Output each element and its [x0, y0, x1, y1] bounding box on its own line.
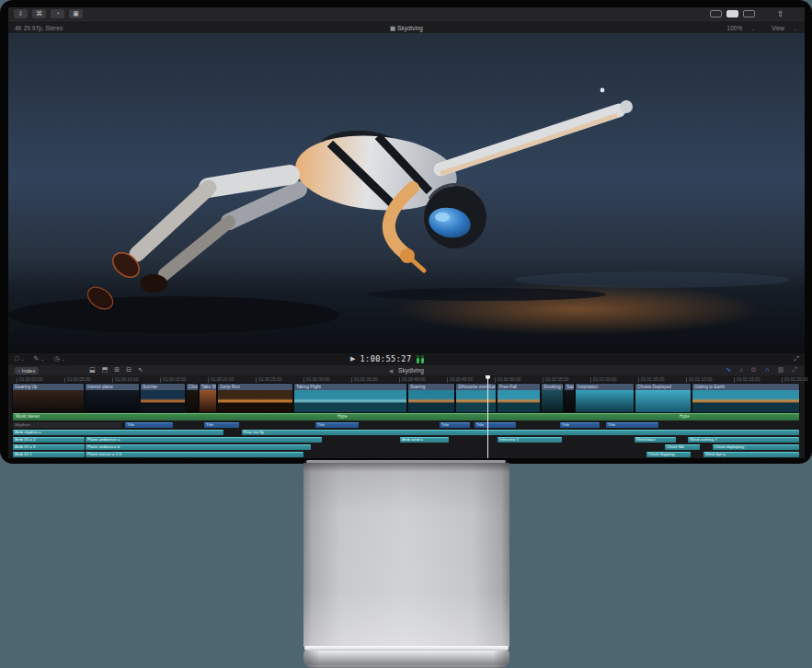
- keyword-editor-icon[interactable]: ⌘: [32, 9, 46, 18]
- clip-thumbnail: [497, 390, 540, 412]
- audio-meters[interactable]: [417, 355, 424, 363]
- audio-clip[interactable]: Chute deploying,: [713, 444, 799, 450]
- audio-clip[interactable]: Amb 01 1: [13, 452, 85, 457]
- title-clip[interactable]: Title: [315, 422, 359, 428]
- playhead[interactable]: [487, 375, 488, 458]
- ruler-timecode: 01:01:10:00: [686, 377, 712, 383]
- clip-name-label: Gearing Up: [13, 384, 84, 390]
- transport-bar: □ ⌄✎ ⌄◷ ⌄ ▶ 1:00:55:27 ⤢: [8, 353, 805, 365]
- audio-clip[interactable]: Free me fly: [242, 430, 799, 435]
- inspector-layout-toggle[interactable]: [743, 10, 755, 17]
- import-media-icon[interactable]: ⇩: [14, 9, 28, 18]
- timeline-zoom-icon[interactable]: ⤢: [792, 366, 797, 374]
- browser-layout-toggle[interactable]: [710, 10, 722, 17]
- viewer-header: 4K 29.97p, Stereo ▦ Skydiving 100% ⌄ Vie…: [8, 20, 805, 34]
- audio-clip[interactable]: Chute flapping,: [646, 452, 691, 457]
- clip-name-label: Sad: [565, 384, 574, 390]
- clip-thumbnail: [13, 390, 84, 412]
- viewer-zoom-menu[interactable]: 100% ⌄: [720, 25, 756, 31]
- music-audio-clip[interactable]: Music stereoHypeHype: [13, 413, 799, 420]
- share-icon[interactable]: ⇧: [777, 9, 784, 18]
- app-toolbar: ⇩⌘◔▣ ⇧: [8, 7, 805, 20]
- title-clip[interactable]: Title: [475, 422, 516, 428]
- clip-name-label: Interior plane: [86, 384, 139, 390]
- title-clip[interactable]: Title: [125, 422, 173, 428]
- video-clip[interactable]: Silhouette over Earth: [456, 384, 496, 412]
- clip-thumbnail: [565, 390, 574, 412]
- expand-viewer-icon[interactable]: ⤢: [794, 355, 799, 363]
- video-clip[interactable]: Interior plane: [86, 384, 139, 412]
- skimming-icon[interactable]: ∿: [726, 366, 731, 374]
- video-clip[interactable]: Gliding to Earth: [692, 384, 799, 412]
- viewer-layout-toggle[interactable]: [726, 10, 738, 17]
- video-clip[interactable]: Smoking turn t: [542, 384, 563, 412]
- toolbar-left-icons: ⇩⌘◔▣: [14, 9, 83, 18]
- clip-thumbnail: [542, 390, 563, 412]
- audio-clip[interactable]: Amb skydive a: [13, 430, 223, 435]
- video-clip[interactable]: Chutes Deployed: [635, 384, 691, 412]
- audio-skimming-icon[interactable]: ♪: [739, 366, 743, 374]
- video-clip[interactable]: Free Fall: [497, 384, 540, 412]
- crop-tool-icon[interactable]: ✎ ⌄: [33, 355, 44, 363]
- solo-icon[interactable]: ⊙: [751, 366, 757, 374]
- clip-name-label: Chutes Deployed: [635, 384, 691, 390]
- audio-clip[interactable]: Chute fbk.: [665, 444, 700, 450]
- clip-name-label: Silhouette over Earth: [456, 384, 496, 390]
- audio-clip[interactable]: Plane ambience a: [86, 437, 322, 443]
- dropdown-caret-icon: ⌄: [61, 356, 64, 362]
- play-button[interactable]: ▶: [350, 355, 355, 363]
- retime-tool-icon[interactable]: ◷ ⌄: [53, 355, 64, 363]
- audio-clip[interactable]: Amb 01 a 2: [13, 437, 85, 443]
- music-clip-label: Hype: [680, 414, 690, 419]
- ruler-timecode: 01:00:45:00: [447, 377, 473, 383]
- title-clip[interactable]: Title: [204, 422, 239, 428]
- video-clip[interactable]: Taking Flight: [294, 384, 406, 412]
- ruler-timecode: 01:00:55:00: [543, 377, 568, 383]
- ruler-timecode: 01:00:10:00: [112, 377, 138, 383]
- timeline-history-back-icon[interactable]: ◀: [389, 368, 393, 374]
- video-clip[interactable]: Take Shot: [200, 384, 216, 412]
- transform-tool-icon[interactable]: □ ⌄: [15, 355, 24, 363]
- viewer-title: ▦ Skydiving: [8, 25, 805, 32]
- title-clip[interactable]: Title: [606, 422, 658, 428]
- background-tasks-icon[interactable]: ◔: [51, 9, 64, 18]
- clip-name-label: Jump Run: [218, 384, 292, 390]
- clip-name-label: Inspiration: [576, 384, 634, 390]
- video-clip[interactable]: Jump Run: [218, 384, 292, 412]
- audio-clip[interactable]: Interview 1: [497, 437, 562, 443]
- timeline-project-name: ◀ Skydiving: [8, 367, 805, 374]
- clip-name-label: Chute: [187, 384, 198, 390]
- ruler-timecode: 01:01:15:00: [734, 377, 760, 383]
- music-clip-label: Music stereo: [16, 414, 40, 419]
- viewer-view-menu[interactable]: View ⌄: [764, 25, 797, 31]
- clip-thumbnail: [576, 390, 634, 412]
- clip-name-label: Gliding to Earth: [692, 384, 799, 390]
- video-clip[interactable]: Chute: [187, 384, 198, 412]
- audio-clip[interactable]: Wind rushing, l: [688, 437, 799, 443]
- audio-meters-icon[interactable]: ▥: [778, 366, 784, 374]
- pro-display-monitor: ⇩⌘◔▣ ⇧ 4K 29.97p, Stereo ▦ Skydiving 100…: [0, 0, 812, 464]
- snapping-icon[interactable]: ∩: [765, 366, 770, 374]
- audio-clip[interactable]: Wind blast: [635, 437, 676, 443]
- ruler-timecode: 01:00:25:00: [256, 377, 281, 383]
- clip-name-label: Free Fall: [497, 384, 540, 390]
- ruler-timecode: 01:00:00:00: [17, 377, 42, 383]
- audio-clip[interactable]: Plane interior a 1-5: [86, 452, 303, 457]
- audio-clip[interactable]: Wind dyn p: [703, 452, 799, 457]
- video-clip[interactable]: Sunrise: [141, 384, 185, 412]
- audio-clip[interactable]: Amb wind a: [400, 437, 449, 443]
- clip-name-label: Sunrise: [141, 384, 185, 390]
- monitor-stand-column: [303, 463, 509, 647]
- effects-browser-icon[interactable]: ▣: [69, 9, 83, 18]
- timecode-display[interactable]: 1:00:55:27: [360, 354, 411, 363]
- title-clip[interactable]: Title: [440, 422, 470, 428]
- audio-clip[interactable]: Amb 01 a 3: [13, 444, 85, 450]
- audio-clip[interactable]: Plane ambience b: [86, 444, 311, 450]
- video-clip[interactable]: Soaring: [408, 384, 454, 412]
- video-clip[interactable]: Sad: [565, 384, 574, 412]
- title-clip[interactable]: Skydiver: [13, 422, 121, 428]
- clip-name-label: Taking Flight: [294, 384, 406, 390]
- title-clip[interactable]: Title: [560, 422, 600, 428]
- video-clip[interactable]: Inspiration: [576, 384, 634, 412]
- video-clip[interactable]: Gearing Up: [13, 384, 84, 412]
